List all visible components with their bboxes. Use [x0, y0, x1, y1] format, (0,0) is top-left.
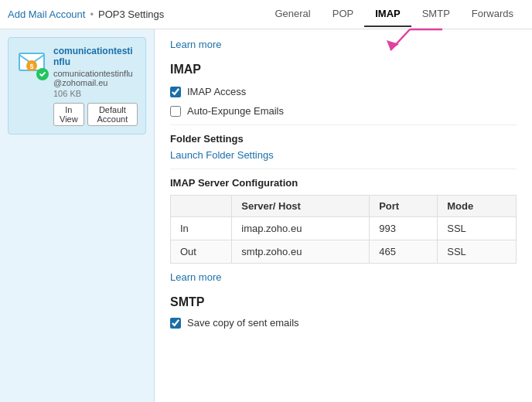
row-out-host: smtp.zoho.eu	[232, 240, 370, 264]
folder-settings-title: Folder Settings	[170, 133, 517, 145]
col-header-port: Port	[370, 196, 438, 217]
row-in-direction: In	[171, 217, 232, 240]
default-account-button[interactable]: Default Account	[87, 103, 138, 126]
svg-text:$: $	[29, 63, 33, 70]
main-layout: $ comunicationtestinflu comunicationtest…	[0, 29, 532, 402]
account-buttons: In View Default Account	[53, 103, 138, 126]
left-sidebar: $ comunicationtestinflu comunicationtest…	[0, 29, 155, 402]
table-row-out: Out smtp.zoho.eu 465 SSL	[171, 240, 517, 264]
check-badge	[36, 68, 49, 80]
tab-forwards[interactable]: Forwards	[461, 2, 524, 27]
imap-access-checkbox[interactable]	[170, 87, 181, 97]
in-view-button[interactable]: In View	[53, 103, 84, 126]
save-copy-checkbox[interactable]	[170, 318, 181, 329]
smtp-section-title: SMTP	[170, 295, 517, 309]
right-panel: Learn more IMAP IMAP Access Auto-Expunge…	[155, 29, 532, 402]
breadcrumb: Add Mail Account • POP3 Settings	[8, 9, 164, 20]
col-header-mode: Mode	[438, 196, 517, 217]
tab-general[interactable]: General	[264, 2, 321, 27]
imap-section-title: IMAP	[170, 63, 517, 77]
nav-separator: •	[90, 9, 94, 20]
server-config-table: Server/ Host Port Mode In imap.zoho.eu 9…	[170, 195, 517, 264]
divider-1	[170, 124, 517, 125]
tab-pop[interactable]: POP	[322, 2, 364, 27]
account-info: comunicationtestinflu comunicationtestin…	[53, 46, 138, 126]
tab-imap[interactable]: IMAP	[364, 2, 411, 27]
divider-2	[170, 169, 517, 169]
account-card: $ comunicationtestinflu comunicationtest…	[8, 37, 146, 135]
learn-more-top-link[interactable]: Learn more	[170, 39, 221, 50]
row-in-host: imap.zoho.eu	[232, 217, 370, 240]
pop3-settings-link[interactable]: POP3 Settings	[98, 9, 164, 20]
table-row-in: In imap.zoho.eu 993 SSL	[171, 217, 517, 240]
account-icon-wrap: $	[16, 46, 47, 79]
auto-expunge-checkbox[interactable]	[170, 106, 181, 117]
col-header-direction	[171, 196, 232, 217]
account-email: comunicationtestinflu@zohomail.eu	[53, 69, 138, 87]
imap-access-row: IMAP Access	[170, 86, 517, 97]
row-out-mode: SSL	[438, 240, 517, 264]
add-mail-link[interactable]: Add Mail Account	[8, 9, 85, 20]
launch-folder-settings-link[interactable]: Launch Folder Settings	[170, 149, 274, 161]
tab-smtp[interactable]: SMTP	[411, 2, 461, 27]
account-name: comunicationtestinflu	[53, 46, 138, 67]
save-copy-row: Save copy of sent emails	[170, 317, 517, 329]
auto-expunge-row: Auto-Expunge Emails	[170, 105, 517, 117]
row-in-mode: SSL	[438, 217, 517, 240]
learn-more-bottom-link[interactable]: Learn more	[170, 271, 221, 283]
row-in-port: 993	[370, 217, 438, 240]
col-header-host: Server/ Host	[232, 196, 370, 217]
row-out-direction: Out	[171, 240, 232, 264]
row-out-port: 465	[370, 240, 438, 264]
auto-expunge-label: Auto-Expunge Emails	[187, 105, 284, 117]
top-nav: Add Mail Account • POP3 Settings General…	[0, 0, 532, 29]
server-config-title: IMAP Server Configuration	[170, 177, 517, 189]
account-size: 106 KB	[53, 89, 138, 98]
tab-bar: GeneralPOPIMAPSMTPForwards	[264, 2, 524, 27]
save-copy-label: Save copy of sent emails	[187, 317, 299, 329]
imap-access-label: IMAP Access	[187, 86, 246, 97]
